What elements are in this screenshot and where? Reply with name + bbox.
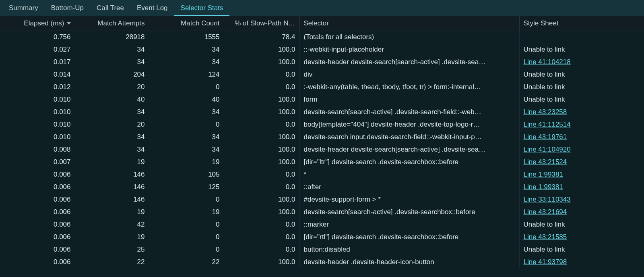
column-header-pct[interactable]: % of Slow-Path N…: [224, 16, 299, 31]
tab-event-log[interactable]: Event Log: [130, 0, 174, 16]
table-row[interactable]: 0.75628918155578.4(Totals for all select…: [0, 31, 644, 43]
cell-attempts: 28918: [75, 31, 149, 43]
style-sheet-link[interactable]: Line 1:99381: [524, 171, 563, 178]
style-sheet-link[interactable]: Line 41:104920: [524, 146, 571, 153]
cell-pct: 100.0: [224, 206, 299, 218]
tab-bottom-up[interactable]: Bottom-Up: [45, 0, 90, 16]
style-sheet-link[interactable]: Line 1:99381: [524, 183, 563, 191]
cell-elapsed: 0.017: [0, 56, 75, 68]
cell-pct: 100.0: [224, 156, 299, 168]
tab-call-tree[interactable]: Call Tree: [90, 0, 130, 16]
column-header-label: Match Count: [181, 19, 219, 27]
cell-selector: ::marker: [299, 218, 519, 231]
column-header-sheet[interactable]: Style Sheet: [519, 16, 644, 31]
column-header-label: Elapsed (ms): [24, 19, 64, 27]
style-sheet-link[interactable]: Line 43:21585: [524, 233, 567, 241]
style-sheet-link[interactable]: Line 43:21524: [524, 158, 567, 166]
table-row[interactable]: 0.0103434100.0devsite-search input.devsi…: [0, 131, 644, 143]
cell-elapsed: 0.006: [0, 231, 75, 243]
column-header-count[interactable]: Match Count: [149, 16, 224, 31]
cell-pct: 0.0: [224, 168, 299, 181]
cell-elapsed: 0.010: [0, 93, 75, 106]
style-sheet-link[interactable]: Line 41:104218: [524, 58, 571, 66]
column-header-label: Style Sheet: [524, 19, 559, 27]
tab-label: Summary: [9, 4, 38, 12]
table-row[interactable]: 0.0142041240.0divUnable to link: [0, 68, 644, 81]
table-row[interactable]: 0.0273434100.0::-webkit-input-placeholde…: [0, 43, 644, 56]
cell-count: 1555: [149, 31, 224, 43]
cell-elapsed: 0.006: [0, 243, 75, 256]
cell-count: 19: [149, 156, 224, 168]
cell-count: 0: [149, 118, 224, 131]
column-header-elapsed[interactable]: Elapsed (ms): [0, 16, 75, 31]
table-row[interactable]: 0.0102000.0body[template="404"] devsite-…: [0, 118, 644, 131]
cell-count: 0: [149, 231, 224, 243]
cell-elapsed: 0.012: [0, 81, 75, 93]
table-row[interactable]: 0.0061900.0[dir="rtl"] devsite-search .d…: [0, 231, 644, 243]
cell-pct: 0.0: [224, 218, 299, 231]
cell-style-sheet: Unable to link: [519, 68, 644, 81]
cell-count: 0: [149, 243, 224, 256]
table-row[interactable]: 0.0061461250.0::afterLine 1:99381: [0, 181, 644, 193]
cell-selector: devsite-header devsite-search[search-act…: [299, 143, 519, 156]
table-row[interactable]: 0.0122000.0:-webkit-any(table, thead, tb…: [0, 81, 644, 93]
cell-attempts: 34: [75, 43, 149, 56]
cell-elapsed: 0.006: [0, 218, 75, 231]
tab-summary[interactable]: Summary: [2, 0, 45, 16]
cell-style-sheet: Line 43:23258: [519, 106, 644, 118]
table-row[interactable]: 0.0103434100.0devsite-search[search-acti…: [0, 106, 644, 118]
cell-style-sheet: [519, 31, 644, 43]
cell-attempts: 42: [75, 218, 149, 231]
cell-pct: 100.0: [224, 106, 299, 118]
cell-selector: button:disabled: [299, 243, 519, 256]
tabstrip: SummaryBottom-UpCall TreeEvent LogSelect…: [0, 0, 644, 16]
cell-pct: 100.0: [224, 93, 299, 106]
cell-count: 34: [149, 43, 224, 56]
cell-elapsed: 0.010: [0, 131, 75, 143]
table-row[interactable]: 0.0064200.0::markerUnable to link: [0, 218, 644, 231]
cell-elapsed: 0.756: [0, 31, 75, 43]
table-row[interactable]: 0.0071919100.0[dir="ltr"] devsite-search…: [0, 156, 644, 168]
cell-style-sheet: Line 41:93798: [519, 256, 644, 268]
table-row[interactable]: 0.0061919100.0devsite-search[search-acti…: [0, 206, 644, 218]
style-sheet-link[interactable]: Line 43:19761: [524, 133, 567, 141]
table-row[interactable]: 0.0062500.0button:disabledUnable to link: [0, 243, 644, 256]
column-header-attempts[interactable]: Match Attempts: [75, 16, 149, 31]
table-row[interactable]: 0.0083434100.0devsite-header devsite-sea…: [0, 143, 644, 156]
cell-selector: [dir="ltr"] devsite-search .devsite-sear…: [299, 156, 519, 168]
tab-selector-stats[interactable]: Selector Stats: [174, 0, 230, 16]
cell-attempts: 19: [75, 206, 149, 218]
table-header: Elapsed (ms)Match AttemptsMatch Count% o…: [0, 16, 644, 31]
cell-count: 34: [149, 143, 224, 156]
cell-selector: devsite-search[search-active] .devsite-s…: [299, 206, 519, 218]
cell-elapsed: 0.006: [0, 206, 75, 218]
table-row[interactable]: 0.0062222100.0devsite-header .devsite-he…: [0, 256, 644, 268]
style-sheet-link[interactable]: Line 33:110343: [524, 196, 571, 203]
style-sheet-link[interactable]: Line 43:23258: [524, 108, 567, 116]
style-sheet-unlinked: Unable to link: [524, 246, 565, 253]
cell-style-sheet: Line 33:110343: [519, 193, 644, 206]
cell-style-sheet: Unable to link: [519, 81, 644, 93]
cell-selector: devsite-header devsite-search[search-act…: [299, 56, 519, 68]
cell-style-sheet: Line 43:21694: [519, 206, 644, 218]
style-sheet-link[interactable]: Line 43:21694: [524, 208, 567, 216]
style-sheet-link[interactable]: Line 41:112514: [524, 121, 571, 128]
cell-pct: 100.0: [224, 43, 299, 56]
cell-selector: ::-webkit-input-placeholder: [299, 43, 519, 56]
cell-count: 34: [149, 56, 224, 68]
cell-elapsed: 0.006: [0, 193, 75, 206]
table-row[interactable]: 0.0173434100.0devsite-header devsite-sea…: [0, 56, 644, 68]
column-header-selector[interactable]: Selector: [299, 16, 519, 31]
cell-style-sheet: Line 1:99381: [519, 181, 644, 193]
cell-style-sheet: Line 41:104218: [519, 56, 644, 68]
column-header-label: % of Slow-Path N…: [235, 19, 295, 27]
cell-style-sheet: Unable to link: [519, 43, 644, 56]
style-sheet-link[interactable]: Line 41:93798: [524, 258, 567, 266]
cell-selector: devsite-search[search-active] .devsite-s…: [299, 106, 519, 118]
table-row[interactable]: 0.0061460100.0#devsite-support-form > *L…: [0, 193, 644, 206]
table-row[interactable]: 0.0104040100.0formUnable to link: [0, 93, 644, 106]
devtools-performance-selector-stats: SummaryBottom-UpCall TreeEvent LogSelect…: [0, 0, 644, 268]
table-row[interactable]: 0.0061461050.0*Line 1:99381: [0, 168, 644, 181]
cell-elapsed: 0.027: [0, 43, 75, 56]
cell-pct: 0.0: [224, 118, 299, 131]
